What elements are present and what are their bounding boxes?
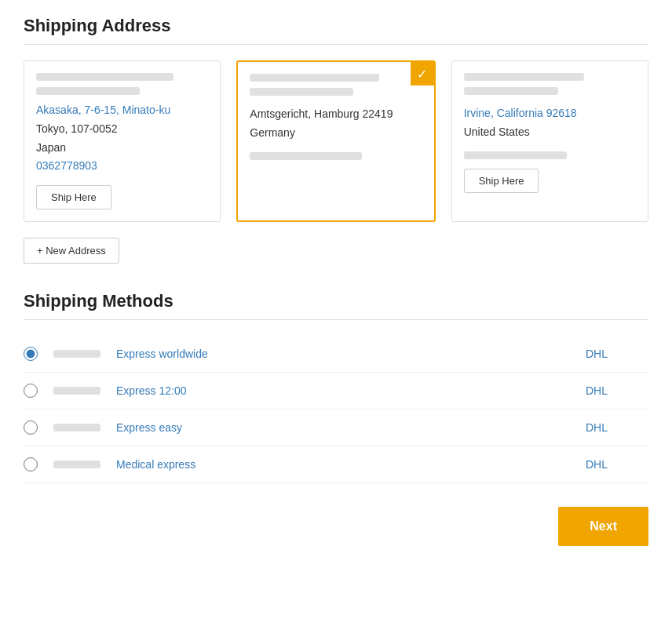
method-name-4: Medical express: [116, 458, 570, 471]
method-row-2: Express 12:00 DHL: [24, 373, 648, 410]
method-radio-1[interactable]: [24, 347, 38, 361]
address-card-germany: ✓ Amtsgericht, Hamburg 22419 Germany: [236, 60, 435, 222]
method-price-blurred-1: [53, 350, 100, 358]
method-carrier-2: DHL: [586, 384, 648, 397]
germany-street: Amtsgericht, Hamburg 22419: [250, 107, 393, 120]
address-divider: [24, 44, 648, 45]
method-radio-4[interactable]: [24, 457, 38, 471]
method-row-4: Medical express DHL: [24, 446, 648, 483]
usa-country: United States: [464, 126, 530, 138]
method-carrier-4: DHL: [586, 458, 648, 471]
card-germany-content: Amtsgericht, Hamburg 22419 Germany: [250, 74, 422, 160]
card-japan-content: Akasaka, 7-6-15, Minato-ku Tokyo, 107-00…: [36, 73, 208, 176]
ship-here-button-usa[interactable]: Ship Here: [464, 169, 539, 193]
method-radio-2[interactable]: [24, 384, 38, 398]
usa-address: Irvine, California 92618 United States: [464, 104, 636, 142]
blurred-line-g3: [250, 152, 362, 160]
method-name-1: Express worldwide: [116, 348, 570, 360]
method-radio-3[interactable]: [24, 420, 38, 435]
blurred-line-u3: [464, 151, 568, 159]
method-row-1: Express worldwide DHL: [24, 336, 648, 373]
germany-country: Germany: [250, 126, 295, 139]
blurred-line-1: [36, 73, 173, 81]
method-name-3: Express easy: [116, 421, 570, 434]
blurred-line-u1: [464, 73, 585, 81]
germany-address: Amtsgericht, Hamburg 22419 Germany: [250, 105, 422, 143]
blurred-line-u2: [464, 87, 559, 95]
new-address-button[interactable]: + New Address: [24, 238, 119, 264]
japan-phone: 0362778903: [36, 159, 97, 172]
address-cards-container: Akasaka, 7-6-15, Minato-ku Tokyo, 107-00…: [24, 60, 648, 222]
address-card-japan: Akasaka, 7-6-15, Minato-ku Tokyo, 107-00…: [24, 60, 221, 222]
japan-address: Akasaka, 7-6-15, Minato-ku Tokyo, 107-00…: [36, 101, 208, 176]
shipping-methods-title: Shipping Methods: [24, 291, 648, 311]
selected-checkmark-icon: ✓: [411, 62, 434, 86]
japan-street: Akasaka, 7-6-15, Minato-ku: [36, 104, 170, 116]
method-row-3: Express easy DHL: [24, 410, 648, 446]
method-carrier-1: DHL: [586, 348, 648, 360]
method-name-2: Express 12:00: [116, 384, 570, 397]
blurred-line-g2: [250, 88, 353, 96]
blurred-line-g1: [250, 74, 378, 82]
usa-city: Irvine, California 92618: [464, 107, 577, 119]
next-button[interactable]: Next: [558, 507, 648, 546]
japan-city: Tokyo, 107-0052: [36, 122, 118, 135]
method-price-blurred-2: [53, 387, 100, 395]
shipping-methods-list: Express worldwide DHL Express 12:00 DHL …: [24, 336, 648, 483]
footer-actions: Next: [24, 507, 648, 546]
address-card-usa: Irvine, California 92618 United States S…: [451, 60, 648, 222]
method-carrier-3: DHL: [586, 421, 648, 434]
shipping-address-title: Shipping Address: [24, 16, 648, 36]
blurred-line-2: [36, 87, 140, 95]
method-price-blurred-3: [53, 424, 100, 431]
method-price-blurred-4: [53, 460, 100, 468]
japan-country: Japan: [36, 141, 66, 154]
ship-here-button-japan[interactable]: Ship Here: [36, 185, 111, 209]
methods-divider: [24, 319, 648, 320]
card-usa-content: Irvine, California 92618 United States: [464, 73, 636, 159]
